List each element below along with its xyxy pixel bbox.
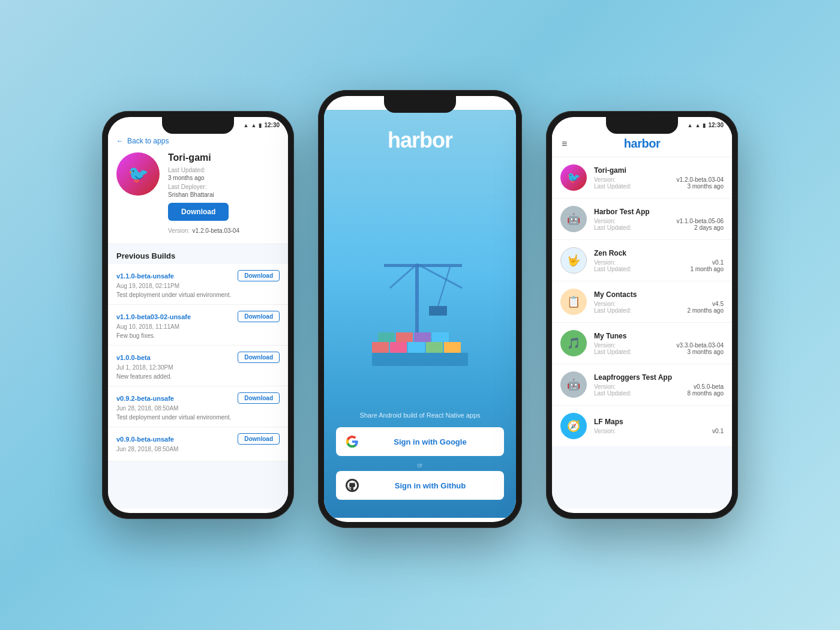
app-list-item-6[interactable]: 🧭 LF Maps Version: v0.1 xyxy=(552,406,732,447)
svg-rect-11 xyxy=(378,332,395,342)
build-date: Aug 10, 2018, 11:11AM xyxy=(116,323,280,330)
build-version: v1.1.0-beta03-02-unsafe xyxy=(116,313,191,320)
phone-2: ▲ ▲ ▮ 12:30 harbor xyxy=(318,90,522,528)
app-meta-version-5: Version: v0.5.0-beta xyxy=(594,383,724,390)
download-build-button-0[interactable]: Download xyxy=(238,270,280,281)
back-label: Back to apps xyxy=(127,137,169,145)
updated-val-5: 8 months ago xyxy=(687,390,724,397)
app-list-name-0: Tori-gami xyxy=(594,166,724,175)
notch-3 xyxy=(606,117,678,134)
prev-builds-title: Previous Builds xyxy=(108,244,288,264)
phone3-header: ≡ harbor xyxy=(552,131,732,157)
wifi-icon-2: ▲ xyxy=(479,101,485,107)
download-build-button-1[interactable]: Download xyxy=(238,311,280,322)
phone1-header: ← Back to apps 🐦 Tori-gami Last Updated:… xyxy=(108,131,288,244)
build-date: Jul 1, 2018, 12:30PM xyxy=(116,364,280,371)
app-list-item-0[interactable]: 🐦 Tori-gami Version: v1.2.0-beta.03-04 L… xyxy=(552,157,732,199)
app-list-item-5[interactable]: 🤖 Leapfroggers Test App Version: v0.5.0-… xyxy=(552,364,732,406)
build-item-1: v1.1.0-beta03-02-unsafe Download Aug 10,… xyxy=(108,305,288,346)
svg-line-4 xyxy=(438,267,450,306)
download-build-button-2[interactable]: Download xyxy=(238,352,280,363)
deployer-label: Last Deployer: xyxy=(168,184,280,190)
signal-icon-3: ▲ xyxy=(688,122,693,128)
app-meta-version-3: Version: v4.5 xyxy=(594,301,724,307)
app-info-1: Harbor Test App Version: v1.1.0-beta.05-… xyxy=(594,208,724,231)
download-build-button-3[interactable]: Download xyxy=(238,392,280,404)
version-val-5: v0.5.0-beta xyxy=(694,383,724,390)
download-build-button-4[interactable]: Download xyxy=(238,433,280,445)
app-info-4: My Tunes Version: v3.3.0-beta.03-04 Last… xyxy=(594,332,724,355)
phone-3: ▲ ▲ ▮ 12:30 ≡ harbor 🐦 Tori-gami Version… xyxy=(546,111,738,519)
sign-in-google-button[interactable]: Sign in with Google xyxy=(336,427,504,456)
updated-val-1: 2 days ago xyxy=(694,224,724,231)
version-label-4: Version: xyxy=(594,342,616,349)
time-display-2: 12:30 xyxy=(492,101,508,107)
version-label-3: Version: xyxy=(594,301,616,307)
sign-in-github-button[interactable]: Sign in with Github xyxy=(336,471,504,500)
battery-icon-2: ▮ xyxy=(487,101,490,107)
svg-rect-0 xyxy=(415,264,419,342)
build-version: v1.1.0-beta-unsafe xyxy=(116,272,174,280)
version-label-5: Version: xyxy=(594,383,616,390)
github-logo xyxy=(346,479,359,492)
app-meta-version-6: Version: v0.1 xyxy=(594,428,724,434)
svg-rect-9 xyxy=(426,342,443,353)
app-icon-harbor: 🤖 xyxy=(560,206,587,232)
version-row: Version: v1.2.0-beta.03-04 xyxy=(168,224,280,235)
or-divider: or xyxy=(336,462,504,469)
build-date: Aug 19, 2018, 02:11PM xyxy=(116,283,280,289)
build-version: v1.0.0-beta xyxy=(116,354,151,361)
svg-rect-5 xyxy=(429,306,447,316)
phone2-content: harbor xyxy=(324,110,516,518)
app-icon-leapfrog: 🤖 xyxy=(560,371,587,398)
app-list-name-3: My Contacts xyxy=(594,290,724,299)
updated-val-2: 1 month ago xyxy=(690,266,724,272)
sign-github-text: Sign in with Github xyxy=(366,481,494,490)
app-info-0: Tori-gami Version: v1.2.0-beta.03-04 Las… xyxy=(594,166,724,190)
svg-line-3 xyxy=(390,264,417,288)
harbor-title: harbor xyxy=(324,128,516,153)
app-list-item-1[interactable]: 🤖 Harbor Test App Version: v1.1.0-beta.0… xyxy=(552,199,732,240)
version-label-1: Version: xyxy=(594,218,616,224)
signal-icon: ▲ xyxy=(244,122,249,128)
back-button[interactable]: ← Back to apps xyxy=(116,137,280,145)
last-updated-label: Last Updated: xyxy=(168,167,280,173)
app-list-item-3[interactable]: 📋 My Contacts Version: v4.5 Last Updated… xyxy=(552,281,732,323)
deployer-val: Srishan Bhattarai xyxy=(168,191,280,198)
app-icon-torigami: 🐦 xyxy=(560,164,587,191)
battery-icon-3: ▮ xyxy=(703,122,706,128)
app-info-2: Zen Rock Version: v0.1 Last Updated: 1 m… xyxy=(594,249,724,272)
app-list-item-2[interactable]: 🤟 Zen Rock Version: v0.1 Last Updated: 1… xyxy=(552,240,732,281)
build-item-2: v1.0.0-beta Download Jul 1, 2018, 12:30P… xyxy=(108,346,288,386)
build-version: v0.9.0-beta-unsafe xyxy=(116,436,174,443)
svg-rect-8 xyxy=(408,342,425,353)
time-display-3: 12:30 xyxy=(708,122,724,128)
app-list-name-1: Harbor Test App xyxy=(594,208,724,216)
app-icon-tunes: 🎵 xyxy=(560,330,587,356)
wifi-icon-3: ▲ xyxy=(695,122,701,128)
build-item-4: v0.9.0-beta-unsafe Download Jun 28, 2018… xyxy=(108,427,288,461)
app-meta-updated-0: Last Updated: 3 months ago xyxy=(594,183,724,190)
version-val: v1.2.0-beta.03-04 xyxy=(193,227,239,234)
harbor-scene: harbor xyxy=(324,110,516,402)
phone-1: ▲ ▲ ▮ 12:30 ← Back to apps 🐦 Tori-gami L… xyxy=(102,111,294,519)
time-display-1: 12:30 xyxy=(264,122,280,128)
app-meta-version-1: Version: v1.1.0-beta.05-06 xyxy=(594,218,724,224)
app-icon-zenrock: 🤟 xyxy=(560,247,587,274)
app-list-item-4[interactable]: 🎵 My Tunes Version: v3.3.0-beta.03-04 La… xyxy=(552,323,732,364)
build-date: Jun 28, 2018, 08:50AM xyxy=(116,446,280,452)
svg-rect-7 xyxy=(390,342,407,353)
app-info-5: Leapfroggers Test App Version: v0.5.0-be… xyxy=(594,373,724,397)
harbor-logo: harbor xyxy=(624,137,660,151)
phone3-content: ≡ harbor 🐦 Tori-gami Version: v1.2.0-bet… xyxy=(552,131,732,509)
updated-val-3: 2 months ago xyxy=(687,307,724,314)
build-desc: Few bug fixes. xyxy=(116,332,280,339)
download-main-button[interactable]: Download xyxy=(168,203,229,221)
app-details: Tori-gami Last Updated: 3 months ago Las… xyxy=(168,152,280,235)
bird-icon: 🐦 xyxy=(128,164,149,184)
menu-icon[interactable]: ≡ xyxy=(562,139,567,149)
version-label-6: Version: xyxy=(594,428,616,434)
app-list-name-2: Zen Rock xyxy=(594,249,724,257)
svg-line-2 xyxy=(417,264,462,288)
updated-label-0: Last Updated: xyxy=(594,183,631,190)
